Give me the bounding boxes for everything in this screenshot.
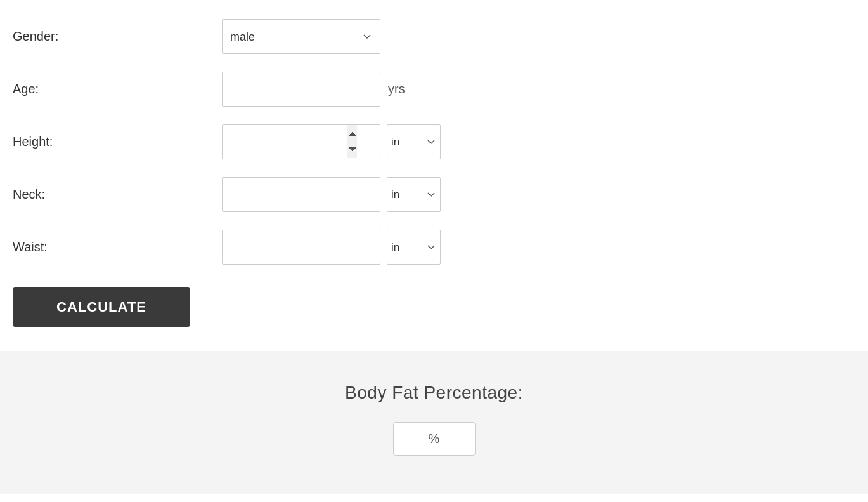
waist-input[interactable] [222,230,380,265]
gender-select[interactable]: male female [222,19,380,54]
waist-label: Waist: [13,240,222,254]
height-label: Height: [13,135,222,149]
age-unit-label: yrs [388,82,405,96]
neck-label: Neck: [13,187,222,202]
result-section: Body Fat Percentage: % [0,351,868,494]
calculate-button[interactable]: CALCULATE [13,287,190,327]
neck-row: Neck: in cm [13,177,855,212]
height-unit-select[interactable]: in cm [387,124,441,159]
height-row: Height: in cm [13,124,855,159]
neck-unit-select[interactable]: in cm [387,177,441,212]
age-label: Age: [13,82,222,96]
gender-row: Gender: male female [13,19,855,54]
waist-row: Waist: in cm [13,230,855,265]
waist-unit-select[interactable]: in cm [387,230,441,265]
gender-label: Gender: [13,29,222,44]
neck-input[interactable] [222,177,380,212]
age-row: Age: yrs [13,72,855,107]
age-input[interactable] [222,72,380,107]
result-title: Body Fat Percentage: [13,383,855,403]
result-display: % [393,422,476,456]
calculator-form: Gender: male female Age: yrs Height: in … [0,0,868,345]
height-input-wrapper [222,124,380,159]
height-input[interactable] [222,124,380,159]
